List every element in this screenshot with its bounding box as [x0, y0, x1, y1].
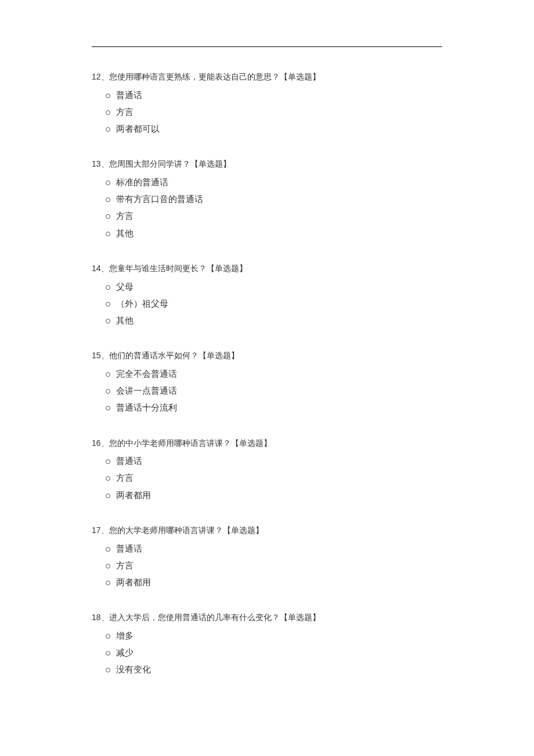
- option-item[interactable]: 没有变化: [106, 661, 442, 678]
- option-label: 普通话: [116, 91, 142, 100]
- question-block: 12、您使用哪种语言更熟练，更能表达自己的意思？【单选题】普通话方言两者都可以: [92, 69, 442, 138]
- question-type-tag: 【单选题】: [280, 72, 320, 81]
- option-label: 两者都可以: [116, 124, 160, 134]
- question-number: 14、: [92, 264, 109, 273]
- option-item[interactable]: 方言: [106, 557, 442, 574]
- option-label: 普通话: [116, 456, 142, 466]
- question-title: 13、您周围大部分同学讲？【单选题】: [92, 156, 442, 172]
- option-item[interactable]: 会讲一点普通话: [106, 383, 442, 399]
- question-block: 14、您童年与谁生活时间更长？【单选题】父母（外）祖父母其他: [92, 261, 442, 329]
- option-label: 父母: [116, 282, 134, 291]
- question-text: 您的中小学老师用哪种语言讲课？: [109, 438, 231, 448]
- question-number: 15、: [92, 351, 109, 360]
- option-label: 带有方言口音的普通话: [116, 195, 203, 204]
- question-title: 18、进入大学后，您使用普通话的几率有什么变化？【单选题】: [92, 610, 442, 625]
- question-text: 您使用哪种语言更熟练，更能表达自己的意思？: [109, 72, 280, 81]
- options-list: 普通话方言两者都用: [106, 541, 442, 592]
- option-label: （外）祖父母: [116, 299, 168, 308]
- option-item[interactable]: 两者都可以: [106, 121, 442, 138]
- option-item[interactable]: 其他: [106, 312, 442, 329]
- option-item[interactable]: 普通话: [106, 541, 442, 557]
- question-title: 14、您童年与谁生活时间更长？【单选题】: [92, 261, 442, 276]
- option-label: 其他: [116, 229, 134, 238]
- question-text: 他们的普通话水平如何？: [109, 351, 199, 360]
- option-label: 标准的普通话: [116, 178, 168, 187]
- option-label: 会讲一点普通话: [116, 386, 177, 395]
- option-item[interactable]: （外）祖父母: [106, 296, 442, 312]
- options-list: 普通话方言两者都可以: [106, 87, 442, 138]
- option-item[interactable]: 两者都用: [106, 487, 442, 504]
- question-title: 16、您的中小学老师用哪种语言讲课？【单选题】: [92, 435, 442, 451]
- option-item[interactable]: 增多: [106, 628, 442, 645]
- options-list: 增多减少没有变化: [106, 628, 442, 679]
- option-item[interactable]: 标准的普通话: [106, 174, 442, 191]
- option-label: 两者都用: [116, 578, 151, 587]
- option-label: 普通话: [116, 544, 142, 553]
- question-number: 12、: [92, 72, 109, 81]
- option-label: 方言: [116, 561, 134, 570]
- questions-container: 12、您使用哪种语言更熟练，更能表达自己的意思？【单选题】普通话方言两者都可以1…: [92, 69, 442, 679]
- question-text: 进入大学后，您使用普通话的几率有什么变化？: [109, 613, 280, 622]
- option-item[interactable]: 其他: [106, 225, 442, 242]
- question-text: 您周围大部分同学讲？: [109, 159, 190, 168]
- option-label: 两者都用: [116, 491, 151, 500]
- question-number: 17、: [92, 525, 109, 535]
- option-item[interactable]: 方言: [106, 104, 442, 121]
- options-list: 标准的普通话带有方言口音的普通话方言其他: [106, 174, 442, 242]
- option-label: 减少: [116, 648, 134, 657]
- question-title: 12、您使用哪种语言更熟练，更能表达自己的意思？【单选题】: [92, 69, 442, 85]
- question-block: 17、您的大学老师用哪种语言讲课？【单选题】普通话方言两者都用: [92, 523, 442, 591]
- option-item[interactable]: 普通话: [106, 87, 442, 104]
- option-label: 没有变化: [116, 665, 151, 674]
- option-item[interactable]: 方言: [106, 470, 442, 487]
- option-item[interactable]: 完全不会普通话: [106, 366, 442, 383]
- option-label: 增多: [116, 631, 134, 640]
- question-block: 13、您周围大部分同学讲？【单选题】标准的普通话带有方言口音的普通话方言其他: [92, 156, 442, 242]
- document-page: 12、您使用哪种语言更熟练，更能表达自己的意思？【单选题】普通话方言两者都可以1…: [0, 0, 534, 756]
- option-label: 普通话十分流利: [116, 403, 177, 412]
- question-block: 16、您的中小学老师用哪种语言讲课？【单选题】普通话方言两者都用: [92, 435, 442, 504]
- question-text: 您的大学老师用哪种语言讲课？: [109, 525, 223, 535]
- question-number: 13、: [92, 159, 109, 168]
- question-type-tag: 【单选题】: [280, 613, 320, 622]
- question-type-tag: 【单选题】: [190, 159, 231, 168]
- question-title: 17、您的大学老师用哪种语言讲课？【单选题】: [92, 523, 442, 538]
- question-type-tag: 【单选题】: [199, 351, 239, 360]
- option-label: 方言: [116, 211, 134, 221]
- option-item[interactable]: 普通话: [106, 453, 442, 470]
- question-number: 16、: [92, 438, 109, 448]
- option-item[interactable]: 父母: [106, 279, 442, 296]
- page-top-rule: [92, 46, 442, 47]
- question-number: 18、: [92, 613, 109, 622]
- option-label: 方言: [116, 473, 134, 483]
- option-item[interactable]: 带有方言口音的普通话: [106, 191, 442, 208]
- option-label: 方言: [116, 107, 134, 117]
- question-type-tag: 【单选题】: [207, 264, 247, 273]
- option-label: 其他: [116, 316, 134, 325]
- question-type-tag: 【单选题】: [231, 438, 272, 448]
- options-list: 普通话方言两者都用: [106, 453, 442, 504]
- question-block: 15、他们的普通话水平如何？【单选题】完全不会普通话会讲一点普通话普通话十分流利: [92, 348, 442, 416]
- option-item[interactable]: 减少: [106, 645, 442, 661]
- question-title: 15、他们的普通话水平如何？【单选题】: [92, 348, 442, 363]
- options-list: 父母（外）祖父母其他: [106, 279, 442, 330]
- option-item[interactable]: 两者都用: [106, 574, 442, 591]
- question-block: 18、进入大学后，您使用普通话的几率有什么变化？【单选题】增多减少没有变化: [92, 610, 442, 678]
- question-text: 您童年与谁生活时间更长？: [109, 264, 207, 273]
- option-item[interactable]: 普通话十分流利: [106, 399, 442, 416]
- options-list: 完全不会普通话会讲一点普通话普通话十分流利: [106, 366, 442, 417]
- question-type-tag: 【单选题】: [223, 525, 264, 535]
- option-item[interactable]: 方言: [106, 208, 442, 225]
- option-label: 完全不会普通话: [116, 369, 177, 379]
